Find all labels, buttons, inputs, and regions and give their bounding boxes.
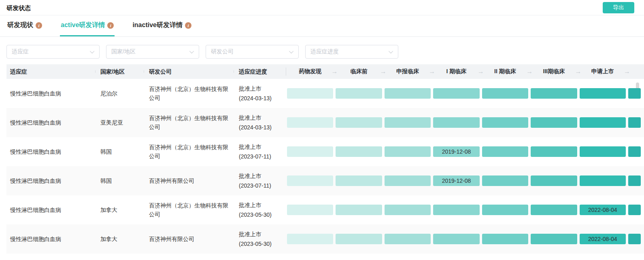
stage-header: 申报临床→	[383, 64, 432, 79]
progress-status: 批准上市	[239, 171, 281, 181]
stage-bar-overflow	[628, 117, 641, 128]
stage-header-label: I 期临床	[446, 68, 467, 75]
tab-label: inactive研发详情	[132, 21, 183, 30]
stage-bars: 2022-08-04	[286, 195, 644, 224]
pipeline-table: 适应症 国家/地区 研发公司 适应症进度 药物发现→临床前→申报临床→I 期临床…	[6, 64, 644, 254]
stage-header-group: 药物发现→临床前→申报临床→I 期临床→II 期临床→III期临床→申请上市→	[286, 64, 644, 79]
stage-bar	[580, 88, 626, 99]
stage-header-label: 药物发现	[299, 68, 321, 75]
stage-bar	[531, 88, 577, 99]
filter-select-3[interactable]: 研发公司	[206, 45, 299, 59]
stage-bar	[433, 88, 479, 99]
cell-indication: 慢性淋巴细胞白血病	[6, 118, 95, 127]
column-header-progress: 适应症进度	[234, 67, 286, 76]
stage-bar	[385, 175, 431, 186]
stage-bars: 2019-12-08	[286, 137, 644, 166]
cell-indication: 慢性淋巴细胞白血病	[6, 89, 95, 98]
progress-status: 批准上市	[239, 200, 281, 210]
cell-region: 亚美尼亚	[95, 118, 144, 127]
stage-bar	[433, 205, 479, 215]
progress-date: (2023-07-11)	[239, 181, 281, 190]
stage-bar	[385, 146, 431, 157]
cell-indication: 慢性淋巴细胞白血病	[6, 205, 95, 214]
export-button[interactable]: 导出	[603, 2, 634, 13]
cell-indication: 慢性淋巴细胞白血病	[6, 235, 95, 243]
stage-bar	[287, 205, 333, 215]
stage-bar	[482, 88, 528, 99]
cell-region: 加拿大	[95, 205, 144, 214]
stage-bar	[287, 175, 333, 186]
column-header-company: 研发公司	[144, 67, 234, 76]
stage-bar	[482, 205, 528, 215]
progress-status: 批准上市	[239, 113, 281, 123]
table-row: 慢性淋巴细胞白血病亚美尼亚百济神州（北京）生物科技有限公司批准上市(2024-0…	[6, 108, 644, 137]
cell-company: 百济神州（北京）生物科技有限公司	[144, 85, 234, 102]
stage-bar	[385, 205, 431, 215]
filter-placeholder: 适应症	[12, 48, 91, 55]
info-icon[interactable]: i	[185, 22, 191, 29]
stage-bar: 2019-12-08	[433, 146, 479, 157]
stage-header: III期临床→	[529, 64, 578, 79]
cell-region: 加拿大	[95, 235, 144, 243]
tab-label: 研发现状	[7, 21, 33, 30]
table-row: 慢性淋巴细胞白血病加拿大百济神州（北京）生物科技有限公司批准上市(2023-05…	[6, 195, 644, 224]
stage-bar	[336, 117, 382, 128]
stage-bar	[336, 146, 382, 157]
stage-bar	[336, 205, 382, 215]
cell-region: 韩国	[95, 147, 144, 156]
cell-progress: 批准上市(2023-07-11)	[234, 171, 286, 190]
stage-bar: 2022-08-04	[580, 234, 626, 244]
stage-bar	[287, 234, 333, 244]
filter-placeholder: 研发公司	[211, 48, 290, 55]
column-header-indication: 适应症	[6, 67, 95, 76]
stage-header-label: 临床前	[351, 68, 368, 75]
tab-overview[interactable]: 研发现状i	[6, 15, 43, 36]
stage-bars: 2022-08-04	[286, 224, 644, 254]
filter-placeholder: 适应症进度	[310, 48, 390, 55]
stage-header-label: 申请上市	[591, 68, 614, 75]
progress-status: 批准上市	[239, 84, 281, 93]
progress-date: (2023-05-30)	[239, 210, 281, 220]
cell-progress: 批准上市(2023-05-30)	[234, 200, 286, 220]
tab-inactive-detail[interactable]: inactive研发详情i	[132, 15, 192, 36]
tab-label: active研发详情	[61, 21, 105, 30]
stage-bars	[286, 108, 644, 137]
filter-select-1[interactable]: 适应症	[6, 45, 100, 59]
stage-bars	[286, 79, 644, 108]
stage-bar	[482, 117, 528, 128]
stage-bar	[385, 234, 431, 244]
cell-company: 百济神州有限公司	[144, 235, 234, 243]
tab-bar: 研发现状iactive研发详情iinactive研发详情i	[0, 15, 644, 37]
tab-active-detail[interactable]: active研发详情i	[60, 15, 115, 36]
stage-bar	[580, 117, 626, 128]
table-row: 慢性淋巴细胞白血病韩国百济神州有限公司批准上市(2023-07-11)2019-…	[6, 166, 644, 195]
filter-bar: 适应症国家/地区研发公司适应症进度	[6, 45, 638, 59]
stage-bar	[482, 234, 528, 244]
cell-company: 百济神州有限公司	[144, 176, 234, 185]
cell-company: 百济神州（北京）生物科技有限公司	[144, 201, 234, 219]
stage-bar	[336, 175, 382, 186]
stage-bar	[433, 234, 479, 244]
info-icon[interactable]: i	[107, 22, 114, 29]
stage-bar	[433, 117, 479, 128]
cell-company: 百济神州（北京）生物科技有限公司	[144, 114, 234, 131]
filter-select-4[interactable]: 适应症进度	[305, 45, 398, 59]
stage-bar	[531, 146, 577, 157]
stage-bar	[385, 117, 431, 128]
stage-bar	[287, 117, 333, 128]
stage-bar	[531, 234, 577, 244]
stage-header: 临床前→	[334, 64, 383, 79]
cell-company: 百济神州（北京）生物科技有限公司	[144, 143, 234, 161]
stage-bar-overflow	[628, 175, 641, 186]
info-icon[interactable]: i	[36, 22, 42, 29]
stage-bars: 2019-12-08	[286, 166, 644, 195]
stage-header: II 期临床→	[481, 64, 529, 79]
progress-date: (2023-07-11)	[239, 152, 281, 161]
cell-progress: 批准上市(2023-05-30)	[234, 229, 286, 249]
stage-header-label: III期临床	[543, 68, 565, 75]
filter-select-2[interactable]: 国家/地区	[106, 45, 199, 59]
stage-header: 药物发现→	[286, 64, 334, 79]
table-header-row: 适应症 国家/地区 研发公司 适应症进度 药物发现→临床前→申报临床→I 期临床…	[6, 64, 644, 79]
stage-bar: 2022-08-04	[580, 205, 626, 215]
filter-placeholder: 国家/地区	[111, 48, 191, 55]
